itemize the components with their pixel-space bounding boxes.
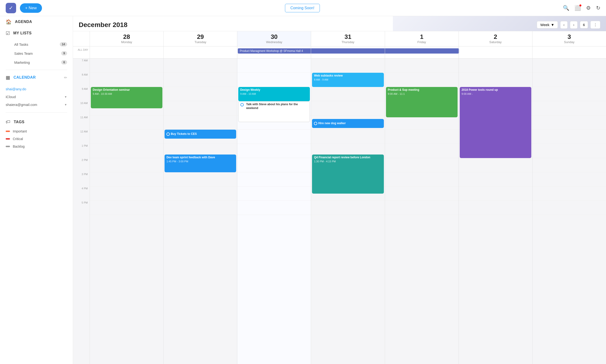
all-tasks-badge: 14 xyxy=(60,42,67,46)
calendar-grid-wrapper: 28 Monday 29 Tuesday 30 Wednesday 31 Thu… xyxy=(73,31,606,364)
day-column-3 xyxy=(532,59,606,364)
sidebar: 🏠 AGENDA ☑ MY LISTS All Tasks 14 Sales T… xyxy=(0,16,73,364)
day-header-28: 28 Monday xyxy=(90,31,163,46)
account-shaiera[interactable]: shaiera@gmail.com ▼ xyxy=(6,101,67,108)
event-talk-steve-title: Talk with Steve about his plans for the … xyxy=(246,103,308,110)
next-button[interactable]: › xyxy=(570,21,577,29)
event-design-orientation[interactable]: Design Orientation seminar 9 AM - 10:30 … xyxy=(91,87,162,108)
event-product-meeting[interactable]: Product & Sup meeting 9:00 AM - 11:1 xyxy=(386,87,458,117)
edit-icon[interactable]: ✏ xyxy=(64,75,67,80)
topbar-left: ✓ + New xyxy=(6,3,42,13)
event-q4-report-time: 1:30 PM - 4:15 PM xyxy=(314,160,382,163)
time-label-7am: 7 AM xyxy=(73,59,90,73)
today-button[interactable]: 6 xyxy=(580,21,588,28)
list-item-sales-team[interactable]: Sales Team 9 xyxy=(0,49,73,58)
event-web-subtasks[interactable]: Web subtasks review 8 AM - 9 AM xyxy=(312,73,384,87)
sales-team-label: Sales Team xyxy=(14,52,33,55)
event-design-weekly-time: 9 AM - 10 AM xyxy=(240,92,308,95)
event-dev-sprint[interactable]: Dev team sprint feedback with Dave 1:45 … xyxy=(165,155,236,172)
coming-soon-button[interactable]: Coming Soon! xyxy=(285,4,320,12)
tags-section: 🏷 TAGS Important Critical Backlog xyxy=(0,115,73,152)
event-hire-dog-walker-circle xyxy=(314,122,317,125)
agenda-label: AGENDA xyxy=(15,20,32,24)
more-options-button[interactable]: ⋮ xyxy=(590,21,600,29)
day-header-3: 3 Sunday xyxy=(532,31,606,46)
coming-soon-label: Coming Soon! xyxy=(290,6,314,10)
sidebar-item-tags[interactable]: 🏷 TAGS xyxy=(6,116,67,128)
event-power-tools[interactable]: 2018 Power tools round up 9:00 AM - xyxy=(460,87,531,158)
notification-button[interactable]: ⬜ xyxy=(574,5,581,11)
time-label-5pm: 5 PM xyxy=(73,201,90,215)
new-button[interactable]: + New xyxy=(20,3,42,13)
time-label-3pm: 3 PM xyxy=(73,172,90,186)
event-buy-tickets-title: Buy Tickets to CES xyxy=(171,132,197,136)
day-28-name: Monday xyxy=(91,40,162,44)
list-item-marketing[interactable]: Marketing 6 xyxy=(0,58,73,67)
expand-icon-shaiera: ▼ xyxy=(64,103,67,106)
prev-button[interactable]: ‹ xyxy=(560,21,567,29)
calendar-header: December 2018 Week ▼ ‹ › 6 ⋮ xyxy=(73,16,606,31)
list-item-all-tasks[interactable]: All Tasks 14 xyxy=(0,40,73,49)
day-1-num: 1 xyxy=(386,34,458,40)
view-select[interactable]: Week ▼ xyxy=(537,21,558,28)
allday-cell-1 xyxy=(385,46,459,58)
new-button-label: + New xyxy=(25,6,37,11)
notification-dot xyxy=(580,4,581,6)
search-icon: 🔍 xyxy=(563,5,569,11)
event-web-subtasks-time: 8 AM - 9 AM xyxy=(314,78,382,81)
event-power-tools-title: 2018 Power tools round up xyxy=(461,88,529,92)
day-1-name: Friday xyxy=(386,40,458,44)
time-label-12am: 12 AM xyxy=(73,130,90,144)
event-design-weekly-title: Design Weekly xyxy=(240,88,308,92)
marketing-badge: 6 xyxy=(61,60,67,65)
day-29-name: Tuesday xyxy=(165,40,236,44)
sidebar-divider-2 xyxy=(6,112,67,113)
account-icloud[interactable]: iCloud ▼ xyxy=(6,93,67,101)
day-columns: Design Orientation seminar 9 AM - 10:30 … xyxy=(90,59,606,364)
refresh-button[interactable]: ↻ xyxy=(596,5,600,11)
event-web-subtasks-title: Web subtasks review xyxy=(314,74,382,78)
event-buy-tickets[interactable]: Buy Tickets to CES xyxy=(165,130,236,139)
calendar-accounts: shai@any.do iCloud ▼ shaiera@gmail.com ▼ xyxy=(0,83,73,110)
settings-button[interactable]: ⚙ xyxy=(586,5,591,11)
event-design-weekly[interactable]: Design Weekly 9 AM - 10 AM xyxy=(238,87,310,101)
event-hire-dog-walker-title: Hire new dog walker xyxy=(318,122,346,125)
allday-row: ALL DAY Product Managment Workshop @ SFm… xyxy=(73,46,606,59)
allday-cells: Product Managment Workshop @ SFmoma Hall… xyxy=(90,46,606,58)
calendar-label: CALENDAR xyxy=(13,75,36,80)
allday-cell-28 xyxy=(90,46,163,58)
day-30-num: 30 xyxy=(238,34,310,40)
refresh-icon: ↻ xyxy=(596,5,600,11)
calendar-icon: ▦ xyxy=(6,75,10,80)
sidebar-item-my-lists[interactable]: ☑ MY LISTS xyxy=(0,27,73,39)
day-header-30: 30 Wednesday xyxy=(237,31,311,46)
dropdown-icon: ▼ xyxy=(551,23,554,27)
tag-backlog-dot xyxy=(6,146,10,147)
day-31-name: Thursday xyxy=(312,40,384,44)
sidebar-item-calendar[interactable]: ▦ CALENDAR ✏ xyxy=(0,72,73,83)
event-buy-tickets-circle xyxy=(166,132,170,136)
my-lists-label: MY LISTS xyxy=(13,31,32,35)
time-label-1pm: 1 PM xyxy=(73,144,90,158)
sidebar-divider-1 xyxy=(6,70,67,70)
icloud-label: iCloud xyxy=(6,95,16,99)
event-hire-dog-walker[interactable]: Hire new dog walker xyxy=(312,119,384,128)
check-circle-icon: ☑ xyxy=(6,30,10,36)
time-label-2pm: 2 PM xyxy=(73,158,90,172)
search-button[interactable]: 🔍 xyxy=(563,5,569,11)
sales-team-badge: 9 xyxy=(61,51,67,55)
time-label-4pm: 4 PM xyxy=(73,186,90,201)
day-30-name: Wednesday xyxy=(238,40,310,44)
lists-sub-items: All Tasks 14 Sales Team 9 Marketing 6 xyxy=(0,39,73,68)
calendar-grid: 28 Monday 29 Tuesday 30 Wednesday 31 Thu… xyxy=(73,31,606,364)
time-label-9am: 9 AM xyxy=(73,87,90,101)
account-shai[interactable]: shai@any.do xyxy=(6,85,67,93)
tag-critical-label: Critical xyxy=(13,137,23,141)
day-header-31: 31 Thursday xyxy=(311,31,384,46)
day-column-28: Design Orientation seminar 9 AM - 10:30 … xyxy=(90,59,163,364)
event-q4-report[interactable]: Q4 Financial report review before London… xyxy=(312,155,384,194)
all-tasks-label: All Tasks xyxy=(14,42,28,46)
sidebar-item-agenda[interactable]: 🏠 AGENDA xyxy=(0,16,73,27)
event-talk-steve[interactable]: Talk with Steve about his plans for the … xyxy=(238,101,310,122)
day-column-29: Buy Tickets to CES Dev team sprint feedb… xyxy=(163,59,237,364)
